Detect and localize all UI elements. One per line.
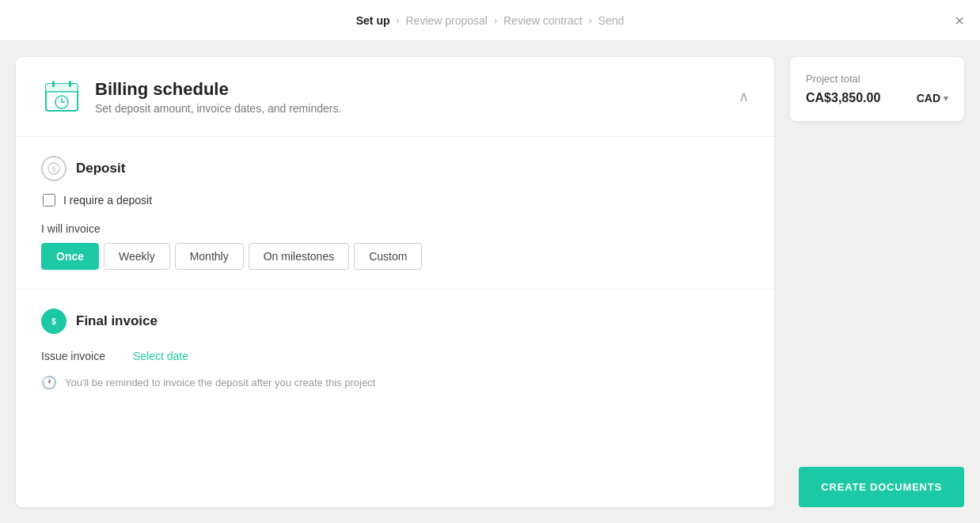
svg-text:$: $ — [51, 317, 56, 326]
final-invoice-title: Final invoice — [76, 313, 158, 329]
billing-title: Billing schedule — [95, 79, 341, 100]
deposit-title: Deposit — [76, 161, 125, 176]
sidebar: Project total CA$3,850.00 CAD ▾ CREATE D… — [790, 57, 964, 507]
currency-dropdown[interactable]: CAD ▾ — [917, 92, 948, 104]
chevron-icon-3: › — [589, 15, 592, 26]
top-nav: Set up › Review proposal › Review contra… — [0, 0, 980, 41]
billing-schedule-header: Billing schedule Set deposit amount, inv… — [16, 57, 774, 137]
project-total-row: CA$3,850.00 CAD ▾ — [806, 91, 948, 105]
frequency-buttons-group: Once Weekly Monthly On milestones Custom — [41, 243, 749, 270]
breadcrumb-step-contract: Review contract — [503, 14, 583, 27]
issue-invoice-row: Issue invoice Select date — [41, 350, 749, 362]
deposit-checkbox-row[interactable]: I require a deposit — [43, 194, 749, 207]
billing-subtitle: Set deposit amount, invoice dates, and r… — [95, 102, 341, 115]
reminder-icon: 🕐 — [41, 375, 57, 390]
select-date-button[interactable]: Select date — [133, 350, 188, 362]
frequency-custom-button[interactable]: Custom — [354, 243, 422, 270]
breadcrumb-step-proposal: Review proposal — [405, 14, 488, 27]
deposit-icon: $ — [41, 156, 66, 181]
project-total-label: Project total — [806, 73, 948, 85]
deposit-section: $ Deposit I require a deposit I will inv… — [16, 137, 774, 290]
frequency-milestones-button[interactable]: On milestones — [249, 243, 349, 270]
reminder-text: You'll be reminded to invoice the deposi… — [65, 377, 375, 388]
svg-rect-1 — [46, 84, 78, 92]
project-total-amount: CA$3,850.00 — [806, 91, 880, 105]
svg-rect-4 — [69, 81, 71, 87]
deposit-checkbox-label[interactable]: I require a deposit — [63, 194, 152, 207]
frequency-weekly-button[interactable]: Weekly — [104, 243, 170, 270]
collapse-button[interactable]: ∧ — [739, 88, 749, 105]
currency-label: CAD — [917, 92, 940, 104]
svg-rect-3 — [52, 81, 55, 87]
billing-card: Billing schedule Set deposit amount, inv… — [16, 57, 774, 507]
final-invoice-section: $ Final invoice Issue invoice Select dat… — [16, 290, 774, 409]
billing-header-left: Billing schedule Set deposit amount, inv… — [41, 76, 341, 117]
frequency-once-button[interactable]: Once — [41, 243, 99, 270]
project-total-card: Project total CA$3,850.00 CAD ▾ — [790, 57, 964, 121]
create-documents-button[interactable]: CREATE DOCUMENTS — [799, 467, 964, 507]
issue-invoice-label: Issue invoice — [41, 350, 120, 362]
frequency-monthly-button[interactable]: Monthly — [175, 243, 244, 270]
breadcrumb-step-send: Send — [598, 14, 625, 27]
deposit-checkbox[interactable] — [43, 194, 55, 207]
svg-text:$: $ — [51, 165, 55, 173]
breadcrumb-step-setup: Set up — [356, 14, 390, 27]
deposit-section-header: $ Deposit — [41, 156, 749, 181]
breadcrumb: Set up › Review proposal › Review contra… — [356, 14, 625, 27]
currency-chevron-icon: ▾ — [944, 93, 948, 104]
billing-title-block: Billing schedule Set deposit amount, inv… — [95, 79, 341, 115]
chevron-icon-2: › — [494, 15, 497, 26]
final-invoice-icon: $ — [41, 309, 66, 334]
calendar-icon — [41, 76, 82, 117]
main-layout: Billing schedule Set deposit amount, inv… — [0, 41, 980, 523]
final-invoice-header: $ Final invoice — [41, 309, 749, 334]
close-button[interactable]: × — [955, 13, 964, 28]
reminder-row: 🕐 You'll be reminded to invoice the depo… — [41, 375, 749, 390]
chevron-icon-1: › — [396, 15, 399, 26]
invoice-frequency-label: I will invoice — [41, 222, 749, 235]
